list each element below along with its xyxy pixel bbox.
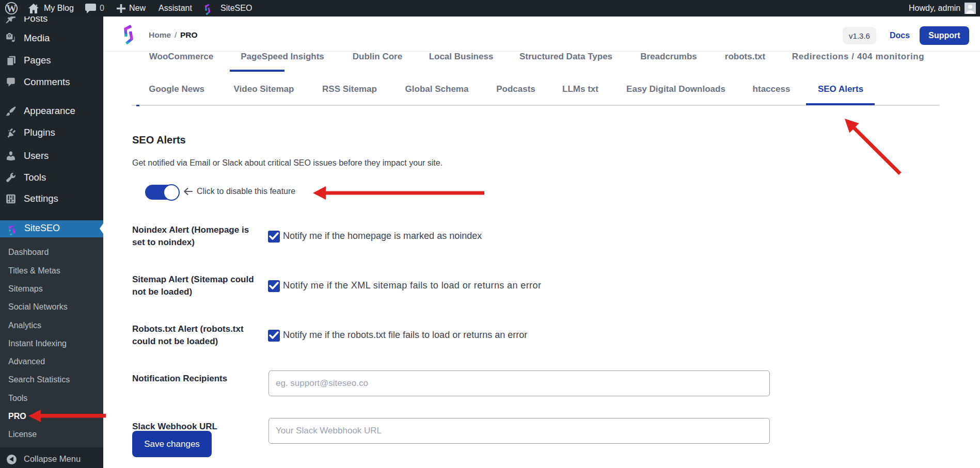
svg-text:W: W <box>7 3 17 14</box>
